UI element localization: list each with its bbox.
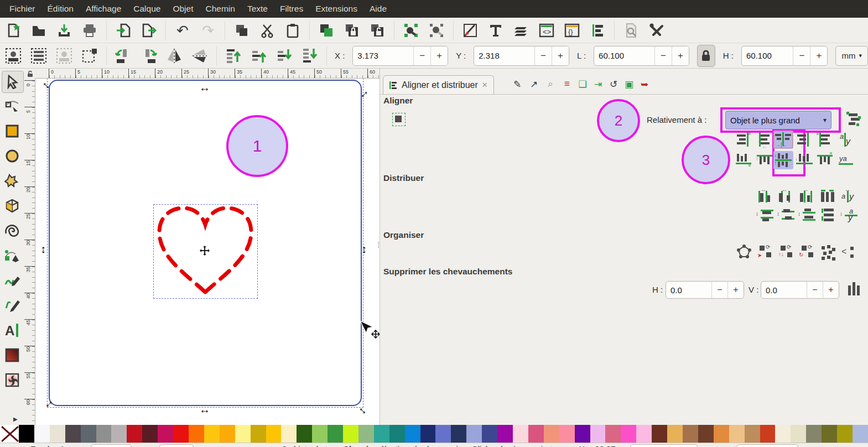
save-icon[interactable]: [55, 22, 73, 39]
rotate-cw-icon[interactable]: [140, 47, 158, 65]
overlap-v-plus-button[interactable]: +: [823, 281, 839, 299]
deselect-icon[interactable]: [55, 47, 73, 65]
align-right-edges-button[interactable]: →: [794, 131, 814, 149]
palette-swatch[interactable]: [745, 425, 760, 443]
palette-swatch[interactable]: [528, 425, 544, 443]
distribute-left-edges-button[interactable]: ↔: [755, 186, 775, 205]
distribute-centers-vertical-button[interactable]: ↕: [776, 206, 796, 225]
menu-item[interactable]: Calque: [127, 0, 167, 18]
palette-swatch[interactable]: [853, 425, 868, 443]
palette-swatch[interactable]: [513, 425, 528, 443]
align-left-to-right-edge-button[interactable]: [815, 131, 835, 149]
palette-swatch[interactable]: [405, 425, 420, 443]
pencil-tool[interactable]: [2, 270, 23, 291]
palette-swatch[interactable]: [297, 425, 312, 443]
menu-item[interactable]: Objet: [167, 0, 199, 18]
distribute-equal-gaps-horizontal-button[interactable]: [818, 186, 838, 205]
center-vertical-axis-button[interactable]: →|←: [773, 131, 793, 149]
overlap-v-field[interactable]: 0.0−+: [761, 281, 839, 299]
palette-swatch[interactable]: [698, 425, 714, 443]
handle-left[interactable]: ↕: [37, 243, 50, 254]
opacity-field[interactable]: [91, 444, 132, 447]
distribute-bottom-edges-button[interactable]: ↕: [797, 206, 817, 225]
palette-swatch[interactable]: [50, 425, 65, 443]
palette-swatch[interactable]: [158, 425, 173, 443]
raise-top-icon[interactable]: [225, 47, 242, 65]
palette-swatch[interactable]: [96, 425, 112, 443]
text-dialog-icon[interactable]: [487, 22, 505, 39]
overlap-h-plus-button[interactable]: +: [727, 281, 744, 299]
palette-swatch[interactable]: [173, 425, 189, 443]
menu-item[interactable]: Aide: [363, 0, 393, 18]
width-plus-button[interactable]: +: [672, 46, 689, 65]
palette-swatch[interactable]: [343, 425, 358, 443]
relative-to-dropdown[interactable]: Objet le plus grand ▾: [725, 111, 831, 129]
palette-swatch[interactable]: [266, 425, 282, 443]
palette-swatch[interactable]: [435, 425, 451, 443]
duplicate-icon[interactable]: [318, 22, 335, 39]
vertical-ruler[interactable]: 051015202530354045505560: [24, 79, 35, 425]
exchange-positions-zorder-button[interactable]: ⟳↑↓: [776, 243, 796, 262]
palette-swatch[interactable]: [235, 425, 251, 443]
zoom-selection-icon[interactable]: [402, 22, 420, 39]
rotate-ccw-icon[interactable]: [115, 47, 132, 65]
drawing-canvas[interactable]: ↔ ↔ ↕ ↕ ↔ ↔ ↔ ↔ 1: [35, 79, 380, 425]
undo-icon[interactable]: ↶: [174, 22, 191, 39]
width-minus-button[interactable]: −: [654, 46, 672, 65]
palette-swatch[interactable]: [420, 425, 436, 443]
selector-tool[interactable]: [2, 71, 24, 93]
find-icon[interactable]: [622, 22, 640, 39]
x-field[interactable]: 3.173−+: [352, 46, 448, 66]
units-dropdown[interactable]: mm▾: [835, 46, 868, 66]
y-minus-button[interactable]: −: [534, 46, 552, 65]
ellipse-tool[interactable]: [2, 145, 23, 167]
x-plus-button[interactable]: +: [430, 46, 448, 65]
menu-item[interactable]: Fichier: [3, 0, 41, 18]
text-tool[interactable]: A: [2, 320, 23, 341]
align-text-anchors-vertical-button[interactable]: ay: [836, 131, 856, 149]
flip-horizontal-icon[interactable]: [165, 47, 183, 65]
palette-swatch[interactable]: [775, 425, 791, 443]
align-bottom-edges-button[interactable]: ↓: [794, 151, 814, 169]
width-field[interactable]: 60.100−+: [594, 46, 689, 66]
palette-swatch[interactable]: [281, 425, 297, 443]
palette-swatch[interactable]: [497, 425, 513, 443]
align-bottom-to-top-edge-button[interactable]: [734, 151, 754, 169]
clone-icon[interactable]: [343, 22, 361, 39]
align-top-edges-button[interactable]: ↑: [755, 151, 775, 169]
xml-editor-icon[interactable]: <>: [538, 22, 555, 39]
exchange-positions-clockwise-button[interactable]: ⟳↻: [797, 243, 817, 262]
palette-swatch[interactable]: [652, 425, 667, 443]
redo-icon[interactable]: ↷: [199, 22, 217, 39]
close-icon[interactable]: ✕: [482, 81, 488, 89]
spiral-tool[interactable]: [2, 220, 23, 241]
copy-icon[interactable]: [233, 22, 251, 39]
toolbox-expand-arrow[interactable]: ▶: [13, 416, 18, 422]
palette-swatch[interactable]: [142, 425, 158, 443]
palette-swatch[interactable]: [204, 425, 220, 443]
arrange-graph-layout-button[interactable]: [734, 243, 754, 262]
distribute-text-baselines-vertical-button[interactable]: ↕ay: [839, 206, 859, 225]
distribute-equal-gaps-vertical-button[interactable]: [818, 206, 838, 225]
layer-indicator[interactable]: [159, 444, 194, 447]
menu-item[interactable]: Texte: [241, 0, 274, 18]
tweak-tool[interactable]: [2, 370, 23, 391]
distribute-text-anchors-horizontal-button[interactable]: ↔ay: [839, 186, 859, 205]
overlap-h-minus-button[interactable]: −: [711, 281, 727, 299]
palette-swatch[interactable]: [251, 425, 266, 443]
open-file-icon[interactable]: [30, 22, 48, 39]
center-horizontal-axis-button[interactable]: ↓↑: [773, 151, 793, 169]
paste-icon[interactable]: [284, 22, 302, 39]
palette-swatch[interactable]: [837, 425, 853, 443]
distribute-top-edges-button[interactable]: ↕: [755, 206, 775, 225]
select-all-layers-icon[interactable]: [30, 47, 48, 65]
panel-resize-handle[interactable]: ⁞: [377, 240, 378, 250]
x-minus-button[interactable]: −: [413, 46, 430, 65]
object-properties-icon[interactable]: {}: [563, 22, 581, 39]
align-text-baselines-button[interactable]: ya: [836, 151, 856, 169]
rectangle-tool[interactable]: [2, 121, 23, 142]
horizontal-ruler[interactable]: 05101520253035404550556065: [35, 69, 380, 79]
palette-swatch[interactable]: [312, 425, 328, 443]
tab-align-distribute[interactable]: Aligner et distribuer ✕: [383, 75, 494, 94]
palette-swatch[interactable]: [791, 425, 806, 443]
